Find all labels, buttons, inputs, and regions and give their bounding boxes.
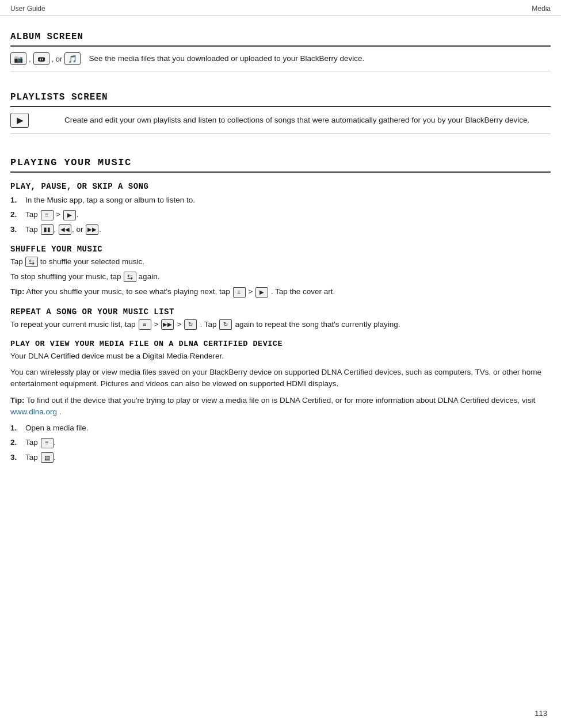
repeat-para: To repeat your current music list, tap ≡… bbox=[10, 319, 551, 330]
dlna-steps: 1. Open a media file. 2. Tap ≡. 3. Tap ▤… bbox=[10, 422, 551, 463]
dlna-step-2: 2. Tap ≡. bbox=[10, 437, 551, 448]
step-3: 3. Tap ▮▮, ◀◀, or ▶▶. bbox=[10, 224, 551, 235]
dlna-section: PLAY OR VIEW YOUR MEDIA FILE ON A DLNA C… bbox=[10, 340, 551, 463]
pause-icon: ▮▮ bbox=[41, 224, 54, 235]
dlna-step-1: 1. Open a media file. bbox=[10, 422, 551, 434]
music-icon: 🎵 bbox=[64, 52, 81, 65]
repeat-title: REPEAT A SONG OR YOUR MUSIC LIST bbox=[10, 307, 551, 317]
play-icon-step2: ▶ bbox=[63, 210, 76, 220]
shuffle-title: SHUFFLE YOUR MUSIC bbox=[10, 245, 551, 254]
film-icon: 🎟 bbox=[33, 52, 49, 65]
playlists-screen-title: PLAYLISTS SCREEN bbox=[10, 92, 551, 105]
step-1: 1. In the Music app, tap a song or album… bbox=[10, 195, 551, 206]
playlists-screen-row: ▶ Create and edit your own playlists and… bbox=[10, 107, 551, 134]
dlna-para2: You can wirelessly play or view media fi… bbox=[10, 367, 551, 390]
repeat-icon-2: ↻ bbox=[219, 319, 232, 330]
playlists-screen-section: PLAYLISTS SCREEN ▶ Create and edit your … bbox=[10, 92, 551, 134]
prev-icon: ◀◀ bbox=[59, 224, 71, 235]
dlna-link[interactable]: www.dlna.org bbox=[10, 407, 57, 416]
album-screen-desc: See the media files that you downloaded … bbox=[89, 53, 551, 64]
playing-your-music-section: PLAYING YOUR MUSIC PLAY, PAUSE, OR SKIP … bbox=[10, 157, 551, 463]
album-screen-section: ALBUM SCREEN 📷 , 🎟 , or 🎵 See the media … bbox=[10, 32, 551, 71]
play-icon-shuffle-tip: ▶ bbox=[255, 287, 268, 298]
play-pause-steps: 1. In the Music app, tap a song or album… bbox=[10, 195, 551, 235]
album-screen-title: ALBUM SCREEN bbox=[10, 32, 551, 44]
camera-icon: 📷 bbox=[10, 52, 26, 65]
play-icon-repeat: ▶▶ bbox=[161, 319, 174, 330]
dlna-step-3: 3. Tap ▤. bbox=[10, 452, 551, 463]
play-pause-title: PLAY, PAUSE, OR SKIP A SONG bbox=[10, 182, 551, 191]
menu-icon-dlna: ≡ bbox=[41, 438, 54, 448]
shuffle-icon-1: ⇆ bbox=[25, 257, 38, 267]
cast-icon-dlna: ▤ bbox=[41, 452, 54, 463]
menu-icon-repeat: ≡ bbox=[139, 319, 151, 330]
playing-music-title: PLAYING YOUR MUSIC bbox=[10, 157, 551, 170]
playlist-icon-cell: ▶ bbox=[10, 113, 56, 128]
shuffle-stop-line: To stop shuffling your music, tap ⇆ agai… bbox=[10, 271, 551, 283]
play-pause-section: PLAY, PAUSE, OR SKIP A SONG 1. In the Mu… bbox=[10, 182, 551, 235]
page-content: ALBUM SCREEN 📷 , 🎟 , or 🎵 See the media … bbox=[0, 16, 561, 486]
comma-separator-1: , bbox=[29, 55, 31, 63]
shuffle-section: SHUFFLE YOUR MUSIC Tap ⇆ to shuffle your… bbox=[10, 245, 551, 298]
dlna-para1: Your DLNA Certified device must be a Dig… bbox=[10, 350, 551, 362]
or-separator-1: , or bbox=[52, 55, 63, 63]
shuffle-tap-line: Tap ⇆ to shuffle your selected music. bbox=[10, 256, 551, 268]
repeat-section: REPEAT A SONG OR YOUR MUSIC LIST To repe… bbox=[10, 307, 551, 330]
header-right: Media bbox=[532, 5, 551, 13]
dlna-title: PLAY OR VIEW YOUR MEDIA FILE ON A DLNA C… bbox=[10, 340, 551, 348]
step-2: 2. Tap ≡ > ▶. bbox=[10, 209, 551, 220]
album-icon-cell: 📷 , 🎟 , or 🎵 bbox=[10, 52, 81, 65]
playlist-icon: ▶ bbox=[10, 113, 29, 128]
page-header: User Guide Media bbox=[0, 0, 561, 16]
menu-icon-shuffle-tip: ≡ bbox=[233, 287, 246, 298]
next-icon: ▶▶ bbox=[86, 224, 98, 235]
shuffle-icon-2: ⇆ bbox=[124, 272, 136, 282]
playlists-screen-desc: Create and edit your own playlists and l… bbox=[64, 115, 551, 126]
dlna-tip: Tip: To find out if the device that you'… bbox=[10, 395, 551, 418]
menu-icon-step2: ≡ bbox=[41, 210, 54, 220]
header-left: User Guide bbox=[10, 5, 45, 13]
playing-music-divider bbox=[10, 171, 551, 173]
page-number: 113 bbox=[535, 709, 547, 718]
album-screen-row: 📷 , 🎟 , or 🎵 See the media files that yo… bbox=[10, 47, 551, 71]
repeat-icon-1: ↻ bbox=[184, 319, 197, 330]
shuffle-tip: Tip: After you shuffle your music, to se… bbox=[10, 286, 551, 298]
